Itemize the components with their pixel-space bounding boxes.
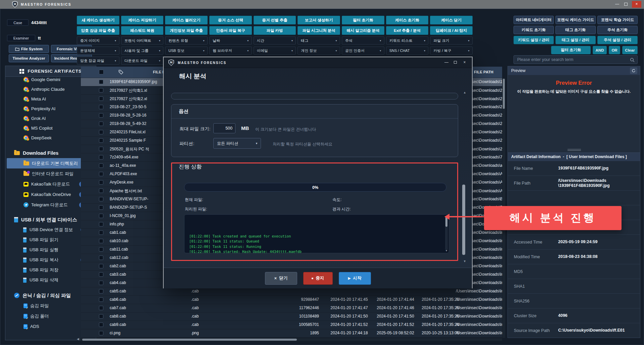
row-checkbox[interactable] xyxy=(99,80,103,84)
row-checkbox[interactable] xyxy=(99,331,103,335)
max-size-input[interactable] xyxy=(213,123,235,133)
filter-dropdown[interactable]: 시간▼ xyxy=(254,37,296,45)
table-row[interactable]: cab5.cab .cab /Users\insec\Downloads\Ins… xyxy=(81,287,502,296)
row-checkbox[interactable] xyxy=(99,155,103,159)
row-checkbox[interactable] xyxy=(99,230,103,235)
row-checkbox[interactable] xyxy=(99,197,103,201)
scrollbar-thumb[interactable] xyxy=(82,339,297,341)
row-checkbox[interactable] xyxy=(99,122,103,126)
row-checkbox[interactable] xyxy=(99,138,103,143)
row-checkbox[interactable] xyxy=(99,96,103,101)
nav-timeline-analyzer-button[interactable]: Timeline Analyzer xyxy=(9,54,49,62)
toolbar-button[interactable]: 개인정보 파일 추출 xyxy=(165,26,208,35)
toolbar-button[interactable]: Exif 추출 / 분석 xyxy=(386,26,429,35)
filter-dropdown[interactable]: 태그▼ xyxy=(298,37,340,45)
row-checkbox[interactable] xyxy=(99,247,103,252)
filter-dropdown[interactable]: 주석▼ xyxy=(342,37,384,45)
filter-dropdown[interactable]: 이메일▼ xyxy=(254,47,296,55)
and-button[interactable]: AND xyxy=(593,46,607,54)
toolbar-button[interactable]: 증거 선별 추출 xyxy=(254,16,296,24)
resize-handle[interactable] xyxy=(568,149,581,151)
table-row[interactable]: cab9.cab .cab 100585701 2024-01-20 17:41… xyxy=(81,321,502,329)
filter-dropdown[interactable]: 암호 잠금 파일▼ xyxy=(77,57,119,65)
modal-scroll-up-icon[interactable]: ▲ xyxy=(463,91,466,94)
window-minimize-button[interactable]: — xyxy=(613,1,621,8)
toolbar-button[interactable]: 케이스 불러오기 xyxy=(165,16,208,24)
toolbar-button[interactable]: 인증서 파일 복구 xyxy=(209,26,252,35)
filter-dropdown[interactable]: 카빙 / 복구▼ xyxy=(430,47,473,55)
toolbar-button[interactable]: 암호 잠금 파일 추출 xyxy=(77,26,119,35)
panel-button[interactable]: 포렌식 학습 가이드 xyxy=(597,16,638,24)
panel-button[interactable]: 태그 설정 / 관리 xyxy=(555,36,596,44)
toolbar-button[interactable]: 새 케이스 생성하기 xyxy=(77,16,119,24)
row-checkbox[interactable] xyxy=(99,88,103,92)
table-row[interactable]: cab8.cab .cab 101108489 2024-01-20 17:41… xyxy=(81,313,502,321)
toolbar-button[interactable]: 보고서 생성하기 xyxy=(298,16,340,24)
toolbar-button[interactable]: 딥페이크 / AI 탐지 xyxy=(430,26,473,35)
column-header-file-path[interactable]: FILE PATH xyxy=(474,70,493,74)
partition-select[interactable]: 모든 파티션 ▼ xyxy=(213,138,261,149)
filter-dropdown[interactable]: 다운로드 파일▼ xyxy=(121,57,164,65)
scroll-left-icon[interactable]: ◀ xyxy=(77,337,79,341)
filter-dropdown[interactable]: 운영체제▼ xyxy=(77,47,119,55)
filter-dropdown[interactable]: 공인 인증서▼ xyxy=(342,47,384,55)
toolbar-button[interactable]: 필터 초기화 xyxy=(342,16,384,24)
clear-button[interactable]: Clear xyxy=(622,46,638,54)
panel-button[interactable]: 키워드 초기화 xyxy=(514,26,554,34)
filter-dropdown[interactable]: 날짜▼ xyxy=(209,37,252,45)
panel-button[interactable]: 태그 초기화 xyxy=(555,26,596,34)
row-checkbox[interactable] xyxy=(99,113,103,118)
toolbar-button[interactable]: 케이스 초기화 xyxy=(386,16,429,24)
row-checkbox[interactable] xyxy=(99,222,103,226)
nav-file-system-button[interactable]: File System xyxy=(9,45,49,53)
filter-dropdown[interactable]: 웹 브라우저▼ xyxy=(209,47,252,55)
row-checkbox[interactable] xyxy=(99,272,103,277)
stop-button[interactable]: ■중지 xyxy=(303,272,333,285)
modal-maximize-button[interactable] xyxy=(452,60,459,66)
toolbar-button[interactable]: 파일 시그니처 분석 xyxy=(298,26,340,35)
preview-refresh-button[interactable] xyxy=(630,67,637,74)
row-checkbox[interactable] xyxy=(99,256,103,260)
row-checkbox[interactable] xyxy=(99,180,103,185)
panel-button[interactable]: 키워드 설정 / 관리 xyxy=(514,36,554,44)
filter-dropdown[interactable]: USB 정보▼ xyxy=(165,47,208,55)
row-checkbox[interactable] xyxy=(99,314,103,319)
filter-dropdown[interactable]: 키워드 리스트▼ xyxy=(386,37,429,45)
toolbar-button[interactable]: 파일 카빙 xyxy=(254,26,296,35)
panel-button[interactable]: 주석 초기화 xyxy=(597,26,638,34)
filter-dropdown[interactable]: 포렌식 아티팩트▼ xyxy=(121,37,164,45)
table-row[interactable]: ci.png .png 1895 2024-01-20 17:44:18 202… xyxy=(81,329,502,338)
row-checkbox[interactable] xyxy=(99,306,103,310)
close-button[interactable]: ×닫기 xyxy=(265,272,297,285)
table-row[interactable]: cab6.cab .cab 92988447 2024-01-20 17:41:… xyxy=(81,296,502,304)
row-checkbox[interactable] xyxy=(99,205,103,210)
modal-scroll-down-icon[interactable]: ▼ xyxy=(463,260,466,263)
collapsed-section[interactable] xyxy=(171,93,458,99)
modal-scrollbar-thumb[interactable] xyxy=(462,185,465,255)
search-input[interactable] xyxy=(514,56,637,64)
table-horizontal-scrollbar[interactable] xyxy=(81,338,502,341)
filter-dropdown[interactable]: 개인 정보▼ xyxy=(298,47,340,55)
filter-dropdown[interactable]: 컨텐츠 유형▼ xyxy=(165,37,208,45)
table-row[interactable]: cab7.cab .cab 117962446 2024-01-20 17:41… xyxy=(81,304,502,313)
filter-dropdown[interactable]: 증거 이미지▼ xyxy=(77,37,119,45)
row-checkbox[interactable] xyxy=(99,105,103,109)
log-scroll-down-icon[interactable]: ▼ xyxy=(445,249,448,252)
modal-minimize-button[interactable]: — xyxy=(443,60,450,66)
window-close-button[interactable]: × xyxy=(632,1,641,8)
toolbar-button[interactable]: 케이스 닫기 xyxy=(430,16,473,24)
row-checkbox[interactable] xyxy=(99,289,103,293)
row-checkbox[interactable] xyxy=(99,172,103,176)
scrollbar-thumb[interactable] xyxy=(503,79,505,109)
log-console[interactable]: [01:22:00] Task created and queued for e… xyxy=(184,214,449,253)
select-all-checkbox[interactable] xyxy=(99,70,104,74)
panel-button[interactable]: 포렌식 케이스 가이드 xyxy=(555,16,596,24)
panel-button[interactable]: 아티팩트 네비게이터 xyxy=(514,16,554,24)
or-button[interactable]: OR xyxy=(609,46,620,54)
filter-dropdown[interactable]: SNS / CHAT▼ xyxy=(386,47,429,55)
row-checkbox[interactable] xyxy=(99,239,103,243)
row-checkbox[interactable] xyxy=(99,189,103,193)
row-checkbox[interactable] xyxy=(99,323,103,327)
toolbar-button[interactable]: 케이스 저장하기 xyxy=(121,16,164,24)
row-checkbox[interactable] xyxy=(99,214,103,218)
